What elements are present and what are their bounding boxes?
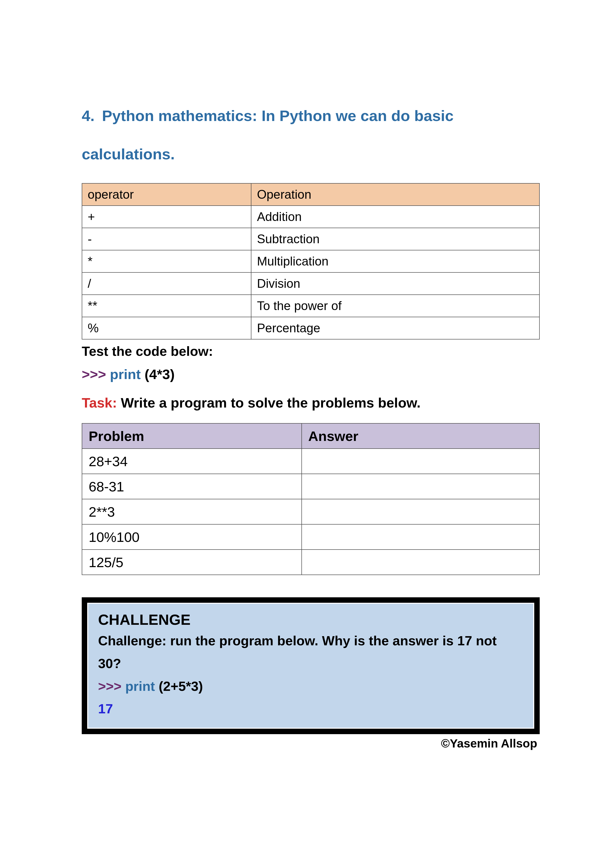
- code-args: (4*3): [145, 366, 175, 382]
- answer-cell: [302, 524, 539, 550]
- code-example: >>> print (4*3): [82, 366, 540, 382]
- table-row: 68-31: [82, 474, 539, 499]
- answer-cell: [302, 550, 539, 575]
- problem-cell: 28+34: [82, 449, 302, 474]
- task-text: Write a program to solve the problems be…: [121, 395, 421, 411]
- ops-cell: Addition: [251, 206, 539, 228]
- ops-header-operation: Operation: [251, 183, 539, 206]
- task-label: Task:: [82, 395, 117, 411]
- challenge-text: Challenge: run the program below. Why is…: [98, 633, 497, 671]
- challenge-heading: CHALLENGE: [98, 611, 523, 628]
- ops-cell: Division: [251, 273, 539, 295]
- challenge-box: CHALLENGE Challenge: run the program bel…: [82, 597, 540, 734]
- challenge-code-prompt: >>>: [98, 679, 121, 694]
- page: 4.Python mathematics: In Python we can d…: [0, 0, 614, 868]
- table-row: % Percentage: [82, 317, 539, 339]
- copyright: ©Yasemin Allsop: [82, 736, 540, 750]
- table-row: 125/5: [82, 550, 539, 575]
- table-row: 2**3: [82, 499, 539, 524]
- ops-cell: %: [82, 317, 251, 339]
- ops-cell: **: [82, 295, 251, 317]
- ops-cell: To the power of: [251, 295, 539, 317]
- challenge-body: Challenge: run the program below. Why is…: [98, 629, 523, 720]
- table-row: / Division: [82, 273, 539, 295]
- operators-table: operator Operation + Addition - Subtract…: [82, 183, 540, 339]
- task-line: Task: Write a program to solve the probl…: [82, 395, 540, 411]
- table-row: 28+34: [82, 449, 539, 474]
- challenge-inner: CHALLENGE Challenge: run the program bel…: [87, 603, 534, 729]
- ops-cell: *: [82, 250, 251, 273]
- answer-cell: [302, 499, 539, 524]
- ops-cell: -: [82, 228, 251, 250]
- table-row: * Multiplication: [82, 250, 539, 273]
- problems-table: Problem Answer 28+34 68-31 2**3 10%100: [82, 423, 540, 575]
- challenge-code-keyword: print: [125, 679, 155, 694]
- problem-cell: 10%100: [82, 524, 302, 550]
- answer-cell: [302, 449, 539, 474]
- ops-header-operator: operator: [82, 183, 251, 206]
- ops-cell: +: [82, 206, 251, 228]
- section-number: 4.: [82, 107, 95, 124]
- ops-cell: Percentage: [251, 317, 539, 339]
- challenge-answer: 17: [98, 701, 113, 716]
- code-prompt: >>>: [82, 366, 106, 382]
- problems-header-answer: Answer: [302, 423, 539, 449]
- code-keyword: print: [110, 366, 141, 382]
- problems-header-problem: Problem: [82, 423, 302, 449]
- test-label: Test the code below:: [82, 343, 540, 359]
- answer-cell: [302, 474, 539, 499]
- problem-cell: 125/5: [82, 550, 302, 575]
- section-title: 4.Python mathematics: In Python we can d…: [82, 96, 540, 173]
- ops-cell: /: [82, 273, 251, 295]
- table-row: ** To the power of: [82, 295, 539, 317]
- table-row: 10%100: [82, 524, 539, 550]
- ops-cell: Multiplication: [251, 250, 539, 273]
- table-row: - Subtraction: [82, 228, 539, 250]
- table-row: + Addition: [82, 206, 539, 228]
- challenge-code-args: (2+5*3): [159, 679, 203, 694]
- problem-cell: 68-31: [82, 474, 302, 499]
- problem-cell: 2**3: [82, 499, 302, 524]
- ops-cell: Subtraction: [251, 228, 539, 250]
- section-title-text: Python mathematics: In Python we can do …: [82, 107, 454, 163]
